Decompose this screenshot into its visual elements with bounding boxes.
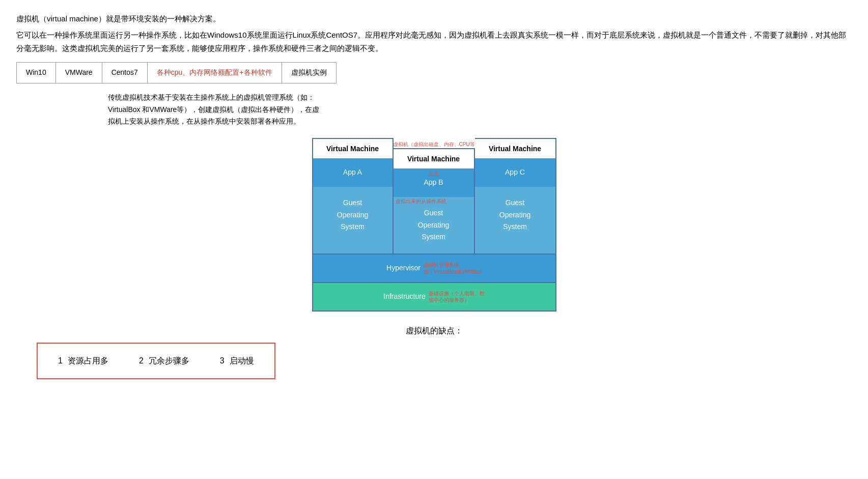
dis-item-3: 3 启动慢 — [220, 354, 254, 368]
dis-item-2: 2 冗余步骤多 — [139, 354, 189, 368]
vm2-title-annotation: 虚拟机（虚拟出磁盘、内存、CPU等） — [393, 140, 474, 149]
vm-info-table: Win10 VMWare Centos7 各种cpu、内存网络额配置+各种软件 … — [16, 62, 337, 83]
hypervisor-bar: Hypervisor 虚拟机管理系统 如：VirtualBox或VMWare — [312, 255, 556, 283]
vm2-app-text: App B — [424, 178, 443, 186]
table-cell-centos: Centos7 — [102, 63, 147, 83]
vm2-app-annotation: 应用 — [429, 170, 439, 178]
table-cell-config: 各种cpu、内存网络额配置+各种软件 — [147, 63, 282, 83]
dis-num-1: 1 — [58, 354, 63, 368]
dis-text-1: 资源占用多 — [68, 354, 108, 368]
vm-box-1: Virtual Machine App A GuestOperatingSyst… — [312, 138, 394, 255]
dis-text-2: 冗余步骤多 — [149, 354, 189, 368]
vm-box-3: Virtual Machine App C GuestOperatingSyst… — [475, 138, 556, 255]
intro-line2: 它可以在一种操作系统里面运行另一种操作系统，比如在Windows10系统里面运行… — [16, 29, 852, 55]
vm2-os-annotation: 虚拟出来的从操作系统 — [396, 198, 446, 205]
infra-label: Infrastructure — [383, 291, 425, 303]
vm3-title: Virtual Machine — [475, 139, 555, 158]
vm-diagram: Virtual Machine App A GuestOperatingSyst… — [16, 138, 852, 312]
dis-num-3: 3 — [220, 354, 225, 368]
vm1-app: App A — [313, 158, 393, 187]
vm1-os-text: GuestOperatingSystem — [337, 199, 368, 231]
vm2-os: 虚拟出来的从操作系统 GuestOperatingSystem — [394, 197, 474, 253]
dis-item-1: 1 资源占用多 — [58, 354, 108, 368]
vm3-app: App C — [475, 158, 555, 187]
disadvantage-box: 1 资源占用多 2 冗余步骤多 3 启动慢 — [37, 343, 275, 379]
table-row: Win10 VMWare Centos7 各种cpu、内存网络额配置+各种软件 … — [17, 63, 337, 83]
vm3-os-text: GuestOperatingSystem — [499, 199, 530, 231]
vm-boxes-row: Virtual Machine App A GuestOperatingSyst… — [312, 138, 556, 255]
dis-text-3: 启动慢 — [230, 354, 254, 368]
hypervisor-label: Hypervisor — [386, 262, 421, 274]
vm2-os-text: GuestOperatingSystem — [418, 209, 449, 241]
dis-num-2: 2 — [139, 354, 144, 368]
infra-annotation: 基础设施（个人电脑、数 据中心的服务器） — [429, 290, 485, 303]
hypervisor-annotation: 虚拟机管理系统 如：VirtualBox或VMWare — [424, 262, 482, 275]
disadvantage-title: 虚拟机的缺点： — [16, 324, 852, 337]
vm-box-2: 虚拟机（虚拟出磁盘、内存、CPU等） Virtual Machine 应用 Ap… — [394, 148, 475, 255]
table-cell-vmware: VMWare — [55, 63, 102, 83]
intro-line1: 虚拟机（virtual machine）就是带环境安装的一种解决方案。 — [16, 12, 852, 25]
vm1-title: Virtual Machine — [313, 139, 393, 158]
vm2-app: 应用 App B — [394, 168, 474, 197]
table-cell-instance: 虚拟机实例 — [282, 63, 336, 83]
infra-bar: Infrastructure 基础设施（个人电脑、数 据中心的服务器） — [312, 283, 556, 312]
vm1-os: GuestOperatingSystem — [313, 187, 393, 253]
table-cell-win10: Win10 — [17, 63, 56, 83]
vm3-os: GuestOperatingSystem — [475, 187, 555, 253]
vm-description: 传统虚拟机技术基于安装在主操作系统上的虚拟机管理系统（如：VirtualBox … — [108, 92, 322, 128]
vm2-title: Virtual Machine — [394, 149, 474, 168]
